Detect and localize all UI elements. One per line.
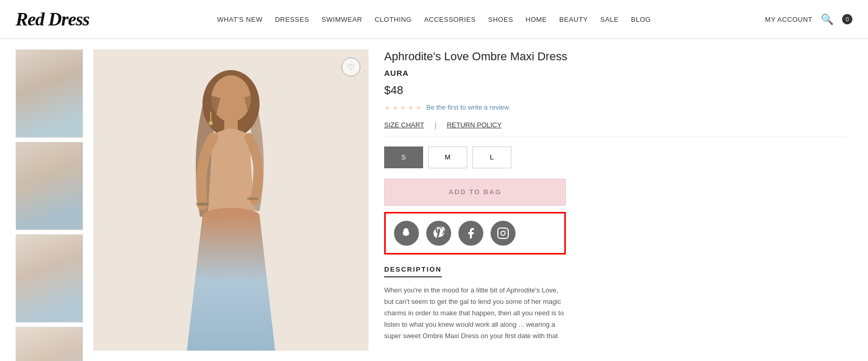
add-to-bag-button[interactable]: ADD TO BAG [384,179,566,206]
nav-item-sale[interactable]: SALE [600,16,618,23]
thumbnail-1[interactable] [16,49,83,138]
wishlist-button[interactable]: ♡ [342,58,360,76]
social-share-bar [384,212,566,255]
main-content: ♡ Aphrodite's Love Ombre Maxi Dress AURA… [0,39,868,361]
nav-item-accessories[interactable]: ACCESSORIES [424,16,476,23]
my-account-link[interactable]: MY ACCOUNT [765,16,812,23]
description-section: DESCRIPTION When you're in the mood for … [384,265,566,342]
main-nav: WHAT'S NEWDRESSESSWIMWEARCLOTHINGACCESSO… [217,16,650,23]
nav-item-beauty[interactable]: BEAUTY [559,16,588,23]
svg-rect-6 [247,197,259,200]
header-right: MY ACCOUNT 🔍 0 [765,13,852,25]
svg-point-11 [506,230,507,231]
site-logo[interactable]: Red Dress [16,8,89,30]
product-brand: AURA [384,69,847,77]
nav-item-home[interactable]: HOME [525,16,547,23]
header: Red Dress WHAT'S NEWDRESSESSWIMWEARCLOTH… [0,0,868,39]
description-title: DESCRIPTION [384,265,442,277]
size-selector: S M L [384,146,847,168]
thumbnail-list [16,49,83,361]
svg-point-8 [209,121,213,125]
product-price: $48 [384,84,847,97]
thumbnail-3[interactable] [16,234,83,323]
instagram-share-button[interactable] [491,221,516,246]
write-review-link[interactable]: Be the first to write a review [426,103,509,111]
search-icon[interactable]: 🔍 [821,13,834,25]
nav-item-blog[interactable]: BLOG [631,16,651,23]
svg-point-10 [501,231,505,235]
star-rating: ★ ★ ★ ★ ★ [384,103,422,112]
policy-links-row: SIZE CHART | RETURN POLICY [384,121,847,137]
star-2: ★ [392,103,399,112]
thumbnail-2[interactable] [16,142,83,230]
nav-item-shoes[interactable]: SHOES [488,16,513,23]
nav-item-whats-new[interactable]: WHAT'S NEW [217,16,262,23]
star-5: ★ [415,103,422,112]
snapchat-share-button[interactable] [394,221,419,246]
size-btn-l[interactable]: L [472,146,511,168]
star-1: ★ [384,103,391,112]
size-chart-link[interactable]: SIZE CHART [384,121,424,129]
description-text: When you're in the mood for a little bit… [384,285,566,342]
svg-rect-9 [498,228,508,238]
product-info: Aphrodite's Love Ombre Maxi Dress AURA $… [379,49,852,361]
nav-item-dresses[interactable]: DRESSES [275,16,309,23]
return-policy-link[interactable]: RETURN POLICY [447,121,501,129]
cart-icon[interactable]: 0 [842,14,852,24]
star-4: ★ [408,103,414,112]
svg-rect-5 [196,203,209,206]
divider: | [435,121,437,129]
star-3: ★ [400,103,406,112]
nav-item-clothing[interactable]: CLOTHING [375,16,412,23]
main-product-image: ♡ [93,49,369,351]
product-title: Aphrodite's Love Ombre Maxi Dress [384,49,847,64]
size-btn-s[interactable]: S [384,146,423,168]
pinterest-share-button[interactable] [426,221,451,246]
thumbnail-4[interactable] [16,327,83,361]
reviews-row: ★ ★ ★ ★ ★ Be the first to write a review [384,103,847,112]
size-btn-m[interactable]: M [428,146,467,168]
nav-item-swimwear[interactable]: SWIMWEAR [321,16,362,23]
facebook-share-button[interactable] [458,221,483,246]
